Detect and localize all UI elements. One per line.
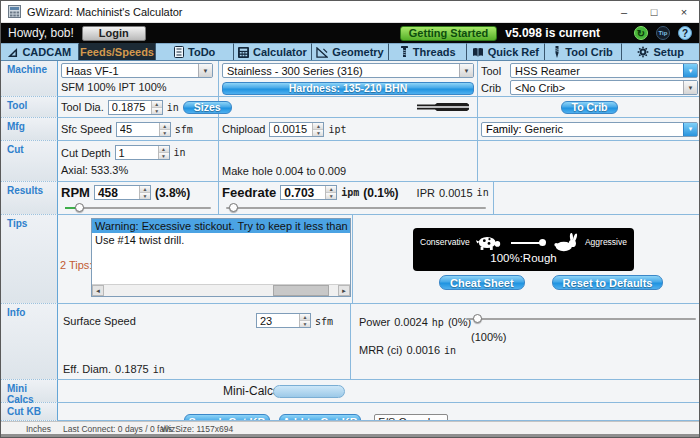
reamer-profile-icon [417, 102, 469, 112]
feedrate-input[interactable] [281, 186, 325, 199]
tab-quick-ref[interactable]: Quick Ref [467, 43, 545, 60]
calculator-icon [238, 47, 249, 58]
spin-up-icon[interactable]: ▲ [300, 314, 310, 321]
rpm-slider[interactable] [65, 203, 211, 213]
bottom-strip [1, 434, 700, 438]
mini-calcs-label-line1: Mini [7, 383, 57, 394]
spin-up-icon[interactable]: ▲ [326, 186, 336, 193]
tab-label: Calculator [253, 46, 307, 58]
feedrate-slider-thumb[interactable] [229, 203, 238, 212]
tool-select-label: Tool [481, 65, 506, 77]
sfc-speed-input[interactable] [117, 123, 159, 136]
tips-listbox: Warning: Excessive stickout. Try to keep… [91, 218, 351, 297]
results-row-label: Results [1, 182, 58, 215]
aggressiveness-slider[interactable] [511, 238, 545, 247]
chevron-down-icon[interactable]: ▼ [683, 123, 697, 136]
chevron-down-icon[interactable]: ▼ [459, 64, 473, 77]
machine-select[interactable]: Haas VF-1 ▼ [61, 63, 213, 78]
scroll-right-icon[interactable]: ► [338, 285, 350, 296]
aggressiveness-slider-thumb[interactable] [539, 239, 546, 246]
cut-row: Cut Cut Depth ▲▼ in Axial: 533.3% Make h… [1, 141, 700, 182]
spin-up-icon[interactable]: ▲ [159, 146, 169, 153]
surface-speed-spinner: ▲▼ [256, 313, 311, 328]
refresh-icon[interactable]: ↻ [634, 26, 648, 40]
feedrate-slider[interactable] [226, 203, 486, 213]
fs-cruncher-button[interactable]: F/S Cruncher [374, 414, 448, 421]
spin-up-icon[interactable]: ▲ [313, 123, 323, 130]
surface-speed-input[interactable] [257, 314, 299, 327]
version-text: v5.098 is current [505, 26, 600, 40]
getting-started-button[interactable]: Getting Started [400, 26, 497, 41]
tool-type-select[interactable]: HSS Reamer ▼ [510, 63, 698, 78]
spin-down-icon[interactable]: ▼ [300, 321, 310, 327]
scrollbar-thumb[interactable] [273, 285, 330, 296]
tab-setup[interactable]: Setup [622, 43, 699, 60]
mini-calcs-row: Mini Calcs Mini-Calcs [1, 380, 700, 403]
search-cut-kb-button[interactable]: Search Cut KB [184, 414, 270, 421]
tab-todo[interactable]: ToDo [156, 43, 234, 60]
minimize-button[interactable]: – [609, 1, 639, 22]
status-bar: Inches Last Connect: 0 days / 0 fails Wi… [1, 421, 700, 434]
rpm-percent-readout: (3.8%) [155, 186, 190, 200]
turtle-icon [475, 234, 503, 251]
tab-tool-crib[interactable]: Tool Crib [545, 43, 623, 60]
main-panel: Machine Haas VF-1 ▼ SFM 100% IPT 100% St… [1, 61, 700, 421]
spin-up-icon[interactable]: ▲ [152, 101, 162, 108]
surface-speed-label: Surface Speed [63, 315, 136, 327]
units-status[interactable]: Inches [26, 424, 51, 434]
cheat-sheet-button[interactable]: Cheat Sheet [439, 275, 525, 290]
list-item[interactable]: Use #14 twist drill. [92, 233, 350, 247]
power-slider-thumb[interactable] [473, 314, 482, 323]
tool-dia-input[interactable] [109, 101, 151, 114]
machine-row-label: Machine [1, 61, 58, 97]
spin-down-icon[interactable]: ▼ [313, 130, 323, 136]
chipload-input[interactable] [270, 123, 312, 136]
gear-icon [637, 46, 649, 58]
help-icon[interactable]: ? [678, 26, 692, 40]
tab-cadcam[interactable]: CADCAM [1, 43, 79, 60]
close-button[interactable]: × [669, 1, 699, 22]
add-to-cut-kb-button[interactable]: Add to Cut KB [279, 414, 361, 421]
tips-count: 2 Tips: [60, 259, 92, 271]
power-max-percent: (100%) [471, 331, 506, 343]
family-select[interactable]: Family: Generic ▼ [481, 122, 698, 137]
spin-down-icon[interactable]: ▼ [326, 193, 336, 199]
tip-icon[interactable]: Tip [656, 26, 670, 40]
maximize-button[interactable]: □ [639, 1, 669, 22]
app-window: GWizard: Machinist's Calculator – □ × Ho… [0, 0, 700, 438]
tab-feeds-speeds[interactable]: Feeds/Speeds [79, 43, 157, 60]
chevron-down-icon[interactable]: ▼ [683, 81, 697, 94]
aggressiveness-value: 100%:Rough [413, 252, 634, 264]
list-item[interactable]: Warning: Excessive stickout. Try to keep… [92, 219, 350, 233]
tab-geometry[interactable]: Geometry [312, 43, 390, 60]
material-select[interactable]: Stainless - 300 Series (316) ▼ [222, 63, 474, 78]
mfg-row: Mfg Sfc Speed ▲▼ sfm Chipload ▲▼ [1, 118, 700, 141]
power-slider[interactable] [466, 314, 696, 324]
scroll-left-icon[interactable]: ◄ [92, 285, 104, 296]
spin-up-icon[interactable]: ▲ [140, 186, 150, 193]
cut-depth-input[interactable] [116, 146, 158, 159]
reset-to-defaults-button[interactable]: Reset to Defaults [552, 275, 664, 290]
spin-down-icon[interactable]: ▼ [140, 193, 150, 199]
tab-calculator[interactable]: Calculator [234, 43, 312, 60]
rpm-slider-thumb[interactable] [75, 203, 84, 212]
to-crib-button[interactable]: To Crib [561, 101, 619, 114]
crib-select[interactable]: <No Crib> ▼ [510, 80, 698, 95]
tab-threads[interactable]: Threads [389, 43, 467, 60]
mrr-value: 0.0016 [406, 344, 440, 356]
tool-dia-label: Tool Dia. [61, 101, 104, 113]
chipload-spinner: ▲▼ [269, 122, 324, 137]
aggressive-label: Aggressive [585, 237, 627, 247]
chevron-down-icon[interactable]: ▼ [198, 64, 212, 77]
hardness-button[interactable]: Hardness: 135-210 BHN [222, 82, 474, 95]
spin-down-icon[interactable]: ▼ [159, 153, 169, 159]
mini-calcs-select[interactable] [273, 385, 345, 398]
spin-down-icon[interactable]: ▼ [160, 130, 170, 136]
horizontal-scrollbar[interactable]: ◄ ► [92, 284, 350, 296]
chevron-down-icon[interactable]: ▼ [683, 64, 697, 77]
spin-up-icon[interactable]: ▲ [160, 123, 170, 130]
login-button[interactable]: Login [82, 26, 146, 41]
rpm-input[interactable] [95, 186, 139, 199]
spin-down-icon[interactable]: ▼ [152, 108, 162, 114]
conservative-label: Conservative [420, 237, 470, 247]
